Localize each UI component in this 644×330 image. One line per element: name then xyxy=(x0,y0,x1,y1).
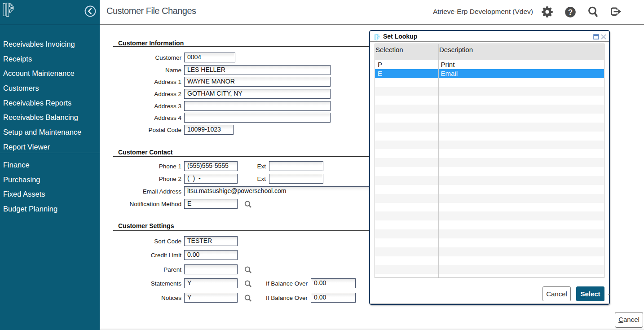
svg-text:?: ? xyxy=(568,8,573,17)
